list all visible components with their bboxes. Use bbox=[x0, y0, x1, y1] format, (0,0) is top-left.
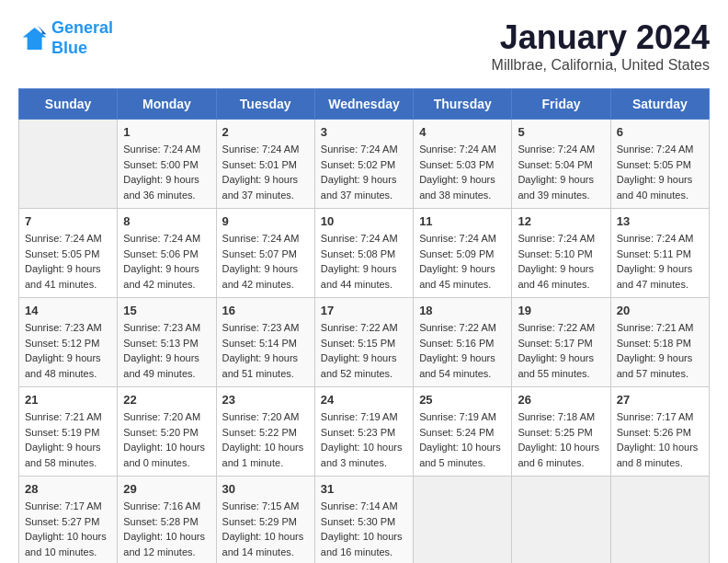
logo: General Blue bbox=[18, 18, 113, 58]
calendar-table: Sunday Monday Tuesday Wednesday Thursday… bbox=[18, 88, 710, 563]
day-info: Sunrise: 7:21 AM Sunset: 5:19 PM Dayligh… bbox=[25, 409, 111, 470]
calendar-cell bbox=[19, 120, 118, 209]
col-saturday: Saturday bbox=[610, 89, 709, 120]
header: General Blue January 2024 Millbrae, Cali… bbox=[18, 18, 710, 74]
day-number: 10 bbox=[321, 214, 407, 228]
day-number: 12 bbox=[518, 214, 604, 228]
day-number: 8 bbox=[123, 214, 210, 228]
day-info: Sunrise: 7:24 AM Sunset: 5:03 PM Dayligh… bbox=[419, 142, 506, 202]
day-info: Sunrise: 7:21 AM Sunset: 5:18 PM Dayligh… bbox=[617, 320, 703, 381]
calendar-cell: 21Sunrise: 7:21 AM Sunset: 5:19 PM Dayli… bbox=[19, 387, 118, 477]
day-number: 3 bbox=[321, 125, 407, 139]
calendar-cell: 12Sunrise: 7:24 AM Sunset: 5:10 PM Dayli… bbox=[512, 209, 610, 298]
day-info: Sunrise: 7:24 AM Sunset: 5:09 PM Dayligh… bbox=[419, 231, 506, 292]
calendar-cell: 3Sunrise: 7:24 AM Sunset: 5:02 PM Daylig… bbox=[314, 120, 413, 209]
col-friday: Friday bbox=[512, 89, 610, 120]
calendar-cell: 20Sunrise: 7:21 AM Sunset: 5:18 PM Dayli… bbox=[610, 298, 709, 387]
day-number: 7 bbox=[25, 214, 111, 228]
day-number: 26 bbox=[518, 393, 604, 407]
calendar-cell: 25Sunrise: 7:19 AM Sunset: 5:24 PM Dayli… bbox=[414, 387, 512, 477]
calendar-cell: 7Sunrise: 7:24 AM Sunset: 5:05 PM Daylig… bbox=[19, 209, 118, 298]
day-number: 21 bbox=[25, 393, 111, 407]
calendar-cell: 30Sunrise: 7:15 AM Sunset: 5:29 PM Dayli… bbox=[216, 477, 314, 564]
calendar-cell: 1Sunrise: 7:24 AM Sunset: 5:00 PM Daylig… bbox=[118, 120, 216, 209]
calendar-cell: 11Sunrise: 7:24 AM Sunset: 5:09 PM Dayli… bbox=[414, 209, 512, 298]
day-info: Sunrise: 7:19 AM Sunset: 5:24 PM Dayligh… bbox=[419, 409, 506, 470]
day-number: 25 bbox=[419, 393, 506, 407]
calendar-cell: 17Sunrise: 7:22 AM Sunset: 5:15 PM Dayli… bbox=[314, 298, 413, 387]
calendar-cell: 14Sunrise: 7:23 AM Sunset: 5:12 PM Dayli… bbox=[19, 298, 118, 387]
calendar-cell: 22Sunrise: 7:20 AM Sunset: 5:20 PM Dayli… bbox=[118, 387, 216, 477]
calendar-cell bbox=[610, 477, 709, 564]
day-number: 13 bbox=[617, 214, 703, 228]
day-info: Sunrise: 7:24 AM Sunset: 5:05 PM Dayligh… bbox=[617, 142, 703, 202]
day-number: 2 bbox=[222, 125, 309, 139]
day-number: 6 bbox=[617, 125, 703, 139]
title-section: January 2024 Millbrae, California, Unite… bbox=[492, 18, 710, 74]
col-monday: Monday bbox=[118, 89, 216, 120]
calendar-cell: 18Sunrise: 7:22 AM Sunset: 5:16 PM Dayli… bbox=[414, 298, 512, 387]
day-number: 1 bbox=[123, 125, 210, 139]
col-tuesday: Tuesday bbox=[216, 89, 314, 120]
day-info: Sunrise: 7:22 AM Sunset: 5:17 PM Dayligh… bbox=[518, 320, 604, 381]
day-info: Sunrise: 7:15 AM Sunset: 5:29 PM Dayligh… bbox=[222, 499, 309, 559]
calendar-cell bbox=[512, 477, 610, 564]
calendar-cell: 5Sunrise: 7:24 AM Sunset: 5:04 PM Daylig… bbox=[512, 120, 610, 209]
calendar-cell: 13Sunrise: 7:24 AM Sunset: 5:11 PM Dayli… bbox=[610, 209, 709, 298]
day-info: Sunrise: 7:24 AM Sunset: 5:01 PM Dayligh… bbox=[222, 142, 309, 202]
day-number: 27 bbox=[617, 393, 703, 407]
day-info: Sunrise: 7:24 AM Sunset: 5:07 PM Dayligh… bbox=[222, 231, 309, 292]
day-info: Sunrise: 7:23 AM Sunset: 5:12 PM Dayligh… bbox=[25, 320, 111, 381]
day-number: 30 bbox=[222, 482, 309, 496]
day-number: 14 bbox=[25, 304, 111, 317]
day-info: Sunrise: 7:20 AM Sunset: 5:22 PM Dayligh… bbox=[222, 409, 309, 470]
header-row: Sunday Monday Tuesday Wednesday Thursday… bbox=[19, 89, 710, 120]
week-row-4: 21Sunrise: 7:21 AM Sunset: 5:19 PM Dayli… bbox=[19, 387, 710, 477]
day-info: Sunrise: 7:17 AM Sunset: 5:26 PM Dayligh… bbox=[617, 409, 703, 470]
day-info: Sunrise: 7:14 AM Sunset: 5:30 PM Dayligh… bbox=[321, 499, 407, 559]
week-row-2: 7Sunrise: 7:24 AM Sunset: 5:05 PM Daylig… bbox=[19, 209, 710, 298]
day-number: 24 bbox=[321, 393, 407, 407]
day-number: 9 bbox=[222, 214, 309, 228]
col-sunday: Sunday bbox=[19, 89, 118, 120]
calendar-cell: 31Sunrise: 7:14 AM Sunset: 5:30 PM Dayli… bbox=[314, 477, 413, 564]
day-info: Sunrise: 7:17 AM Sunset: 5:27 PM Dayligh… bbox=[25, 499, 111, 559]
calendar-cell: 27Sunrise: 7:17 AM Sunset: 5:26 PM Dayli… bbox=[610, 387, 709, 477]
week-row-1: 1Sunrise: 7:24 AM Sunset: 5:00 PM Daylig… bbox=[19, 120, 710, 209]
day-number: 15 bbox=[123, 304, 210, 317]
day-number: 16 bbox=[222, 304, 309, 317]
logo-icon bbox=[18, 24, 48, 53]
day-number: 17 bbox=[321, 304, 407, 317]
day-info: Sunrise: 7:23 AM Sunset: 5:13 PM Dayligh… bbox=[123, 320, 210, 381]
calendar-cell: 24Sunrise: 7:19 AM Sunset: 5:23 PM Dayli… bbox=[314, 387, 413, 477]
calendar-cell: 4Sunrise: 7:24 AM Sunset: 5:03 PM Daylig… bbox=[414, 120, 512, 209]
calendar-cell: 8Sunrise: 7:24 AM Sunset: 5:06 PM Daylig… bbox=[118, 209, 216, 298]
day-info: Sunrise: 7:24 AM Sunset: 5:08 PM Dayligh… bbox=[321, 231, 407, 292]
calendar-cell: 10Sunrise: 7:24 AM Sunset: 5:08 PM Dayli… bbox=[314, 209, 413, 298]
day-info: Sunrise: 7:16 AM Sunset: 5:28 PM Dayligh… bbox=[123, 499, 210, 559]
calendar-cell: 29Sunrise: 7:16 AM Sunset: 5:28 PM Dayli… bbox=[118, 477, 216, 564]
calendar-cell: 15Sunrise: 7:23 AM Sunset: 5:13 PM Dayli… bbox=[118, 298, 216, 387]
calendar-cell: 16Sunrise: 7:23 AM Sunset: 5:14 PM Dayli… bbox=[216, 298, 314, 387]
calendar-cell: 26Sunrise: 7:18 AM Sunset: 5:25 PM Dayli… bbox=[512, 387, 610, 477]
day-number: 20 bbox=[617, 304, 703, 317]
day-number: 4 bbox=[419, 125, 506, 139]
day-number: 19 bbox=[518, 304, 604, 317]
calendar-cell: 6Sunrise: 7:24 AM Sunset: 5:05 PM Daylig… bbox=[610, 120, 709, 209]
day-info: Sunrise: 7:24 AM Sunset: 5:10 PM Dayligh… bbox=[518, 231, 604, 292]
col-thursday: Thursday bbox=[414, 89, 512, 120]
calendar-title: January 2024 bbox=[492, 18, 710, 57]
calendar-cell: 9Sunrise: 7:24 AM Sunset: 5:07 PM Daylig… bbox=[216, 209, 314, 298]
col-wednesday: Wednesday bbox=[314, 89, 413, 120]
day-info: Sunrise: 7:24 AM Sunset: 5:00 PM Dayligh… bbox=[123, 142, 210, 202]
day-info: Sunrise: 7:24 AM Sunset: 5:04 PM Dayligh… bbox=[518, 142, 604, 202]
day-number: 5 bbox=[518, 125, 604, 139]
page-container: General Blue January 2024 Millbrae, Cali… bbox=[18, 18, 710, 563]
day-number: 11 bbox=[419, 214, 506, 228]
day-number: 18 bbox=[419, 304, 506, 317]
day-info: Sunrise: 7:23 AM Sunset: 5:14 PM Dayligh… bbox=[222, 320, 309, 381]
day-info: Sunrise: 7:24 AM Sunset: 5:06 PM Dayligh… bbox=[123, 231, 210, 292]
week-row-5: 28Sunrise: 7:17 AM Sunset: 5:27 PM Dayli… bbox=[19, 477, 710, 564]
day-number: 29 bbox=[123, 482, 210, 496]
calendar-cell: 28Sunrise: 7:17 AM Sunset: 5:27 PM Dayli… bbox=[19, 477, 118, 564]
